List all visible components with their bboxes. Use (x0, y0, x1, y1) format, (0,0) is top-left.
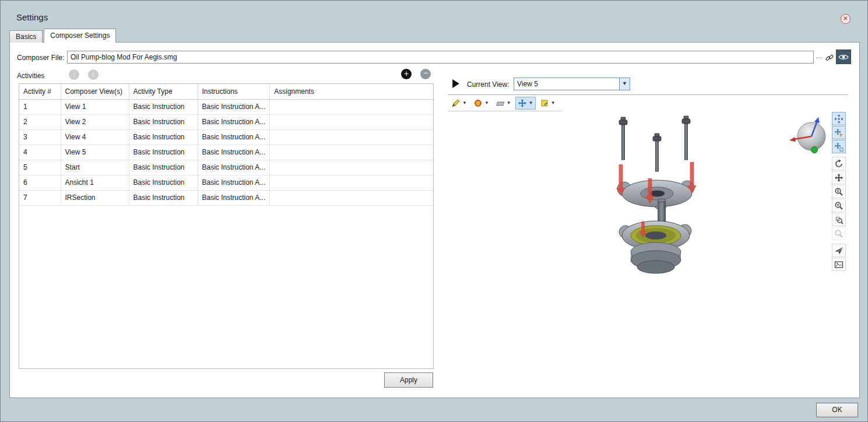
zoom-fit-button[interactable] (832, 227, 846, 240)
table-cell: Basic Instruction A... (198, 145, 270, 160)
move-manipulator-button[interactable] (832, 126, 846, 139)
activities-label: Activities (17, 72, 44, 80)
highlight-tool-button[interactable]: ▼ (537, 97, 558, 110)
window-title: Settings (16, 12, 48, 22)
move-manipulator-icon (834, 128, 844, 138)
add-activity-button[interactable]: + (401, 69, 412, 79)
table-cell: Basic Instruction A... (198, 129, 270, 145)
settings-window: Settings ✕ Basics Composer Settings Comp… (0, 0, 868, 422)
table-cell: View 2 (61, 114, 129, 129)
pen-tool-button[interactable]: ▼ (449, 97, 469, 110)
table-cell (270, 160, 433, 175)
table-row[interactable]: 2View 2Basic InstructionBasic Instructio… (19, 114, 433, 129)
current-view-dropdown[interactable]: View 5 ▼ (514, 78, 630, 90)
table-cell: IRSection (61, 190, 129, 205)
table-row[interactable]: 1View 1Basic InstructionBasic Instructio… (19, 99, 433, 114)
highlight-tool-icon (540, 99, 549, 108)
fly-through-button[interactable] (832, 244, 846, 257)
transform-manipulator-button[interactable] (832, 140, 846, 153)
play-icon (451, 79, 461, 89)
remove-activity-button[interactable]: − (420, 69, 431, 79)
table-cell: Basic Instruction A... (198, 114, 270, 129)
table-cell: 6 (19, 175, 61, 190)
table-cell: View 4 (61, 129, 129, 145)
annotation-toolbar: ▼ ▼ ▼ ▼ (448, 96, 562, 111)
table-cell: Basic Instruction (129, 175, 198, 190)
move-activity-up-button[interactable]: ↑ (69, 69, 79, 80)
eraser-tool-button[interactable]: ▼ (493, 97, 514, 110)
link-icon[interactable] (824, 52, 835, 63)
zoom-fit-icon (834, 229, 844, 238)
table-cell: Ansicht 1 (61, 175, 129, 190)
eraser-tool-icon (496, 99, 505, 108)
current-view-label: Current View: (467, 80, 509, 89)
column-header-instructions[interactable]: Instructions (198, 84, 270, 99)
composer-file-label: Composer File: (17, 54, 64, 62)
snapshot-icon (834, 260, 844, 269)
tab-basics[interactable]: Basics (9, 30, 43, 43)
zoom-view-icon (834, 187, 844, 196)
column-header-composer-views[interactable]: Composer View(s) (61, 84, 129, 99)
viewer-separator (448, 94, 848, 95)
move-tool-icon (518, 99, 527, 108)
table-cell: 2 (19, 114, 61, 129)
rotate-view-icon (834, 159, 844, 168)
fly-through-icon (834, 246, 844, 255)
shape-tool-button[interactable]: ▼ (471, 97, 491, 110)
table-row[interactable]: 5StartBasic InstructionBasic Instruction… (19, 160, 433, 175)
shape-tool-icon (473, 99, 483, 108)
zoom-view-button[interactable] (832, 185, 846, 198)
tab-composer-settings[interactable]: Composer Settings (44, 29, 116, 43)
move-activity-down-button[interactable]: ↓ (88, 69, 99, 80)
composer-settings-panel: Composer File: ... Activities ↑ ↓ + − (9, 42, 860, 398)
table-cell: Basic Instruction A... (198, 160, 270, 175)
table-cell: 1 (19, 99, 61, 114)
table-cell: View 1 (61, 99, 129, 114)
ok-button[interactable]: OK (816, 403, 858, 417)
table-cell: Basic Instruction A... (198, 99, 270, 114)
view-navigation-toolbar (832, 112, 847, 272)
apply-button[interactable]: Apply (384, 372, 433, 388)
composer-file-input[interactable] (67, 51, 814, 64)
browse-button[interactable]: ... (814, 51, 824, 64)
pan-view-button[interactable] (832, 171, 846, 184)
column-header-assignments[interactable]: Assignments (270, 84, 433, 99)
play-button[interactable] (449, 77, 462, 90)
table-cell (270, 99, 433, 114)
zoom-in-icon (834, 201, 844, 210)
table-cell (270, 114, 433, 129)
column-header-activity-number[interactable]: Activity # (19, 84, 61, 99)
table-cell (270, 129, 433, 145)
table-row[interactable]: 6Ansicht 1Basic InstructionBasic Instruc… (19, 175, 433, 190)
3d-viewport[interactable] (448, 112, 848, 398)
table-cell: 3 (19, 129, 61, 145)
tab-strip: Basics Composer Settings (9, 29, 117, 43)
orientation-sphere[interactable] (788, 117, 830, 157)
close-icon[interactable]: ✕ (841, 14, 851, 24)
move-tool-button[interactable]: ▼ (515, 97, 536, 110)
zoom-window-button[interactable] (832, 213, 846, 226)
table-cell: Basic Instruction (129, 99, 198, 114)
table-cell: 7 (19, 190, 61, 205)
preview-button[interactable] (836, 50, 851, 64)
table-cell: 5 (19, 160, 61, 175)
table-cell: Basic Instruction (129, 145, 198, 160)
snapshot-button[interactable] (832, 258, 846, 271)
column-header-activity-type[interactable]: Activity Type (129, 84, 198, 99)
table-cell: Basic Instruction A... (198, 190, 270, 205)
table-row[interactable]: 7IRSectionBasic InstructionBasic Instruc… (19, 190, 433, 205)
zoom-window-icon (834, 215, 844, 224)
zoom-in-button[interactable] (832, 199, 846, 212)
rotate-view-button[interactable] (832, 157, 846, 170)
select-manipulator-button[interactable] (832, 112, 846, 125)
table-cell (270, 190, 433, 205)
chevron-down-icon[interactable]: ▼ (619, 78, 630, 90)
table-row[interactable]: 3View 4Basic InstructionBasic Instructio… (19, 129, 433, 145)
pan-view-icon (834, 173, 844, 182)
table-row[interactable]: 4View 5Basic InstructionBasic Instructio… (19, 145, 433, 160)
oil-pump-model (587, 113, 727, 276)
table-cell: Start (61, 160, 129, 175)
table-cell: View 5 (61, 145, 129, 160)
table-header-row: Activity # Composer View(s) Activity Typ… (19, 84, 433, 99)
activities-table: Activity # Composer View(s) Activity Typ… (19, 83, 434, 369)
